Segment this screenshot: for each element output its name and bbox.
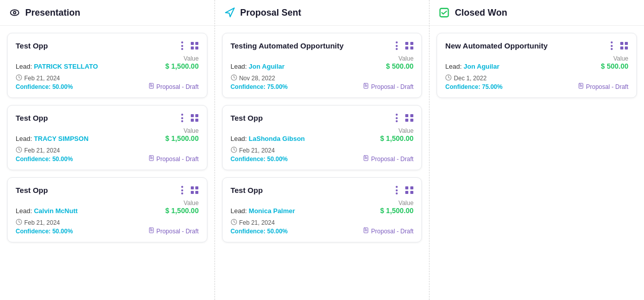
card-date: Feb 21, 2024 <box>16 146 73 155</box>
card-top: Test Opp <box>16 41 199 50</box>
card-date: Feb 21, 2024 <box>16 219 73 227</box>
card-top: Test Opp <box>231 186 414 194</box>
card-value-block: Value $ 1,500.00 <box>166 127 199 142</box>
card[interactable]: Testing Automated Opportunity <box>222 33 422 98</box>
card-value-amount: $ 500.00 <box>601 62 629 70</box>
column-header-presentation: Presentation <box>0 0 214 26</box>
card-bottom: Feb 21, 2024 Confidence: 50.00% Proposal… <box>231 217 414 235</box>
doc-icon <box>363 83 369 90</box>
card-date: Feb 21, 2024 <box>231 146 288 155</box>
card-grid-button[interactable] <box>191 186 199 194</box>
card-proposal: Proposal - Draft <box>363 227 413 235</box>
card-lead-link[interactable]: Monica Palmer <box>249 207 295 215</box>
clock-icon <box>16 146 22 155</box>
column-presentation: Presentation Test Opp <box>0 0 215 300</box>
clock-icon <box>231 219 237 227</box>
card-lead-link[interactable]: PATRICK STELLATO <box>34 63 98 70</box>
card-lead-link[interactable]: TRACY SIMPSON <box>34 135 88 142</box>
card-proposal: Proposal - Draft <box>363 83 413 90</box>
card-top: New Automated Opportunity <box>445 41 628 50</box>
card-grid-button[interactable] <box>405 42 413 49</box>
card-confidence: Confidence: 50.00% <box>231 228 288 235</box>
card-confidence: Confidence: 75.00% <box>445 83 502 90</box>
card-menu-button[interactable] <box>178 114 187 122</box>
card-bottom: Feb 21, 2024 Confidence: 50.00% Proposal… <box>16 217 199 235</box>
card-proposal-text: Proposal - Draft <box>156 156 199 163</box>
card[interactable]: Test Opp Lead: PATRICK ST <box>7 33 207 98</box>
card-proposal-text: Proposal - Draft <box>586 83 628 90</box>
card-menu-button[interactable] <box>178 41 187 50</box>
card-meta: Feb 21, 2024 Confidence: 50.00% <box>16 217 73 235</box>
card-bottom: Dec 1, 2022 Confidence: 75.00% Proposal … <box>445 72 628 90</box>
card-grid-button[interactable] <box>191 42 199 49</box>
card-value-label: Value <box>166 127 199 134</box>
card-proposal: Proposal - Draft <box>148 83 199 90</box>
card-title: Test Opp <box>231 186 263 194</box>
card-bottom: Feb 21, 2024 Confidence: 50.00% Proposal… <box>16 144 199 163</box>
card-lead: Lead: Calvin McNutt <box>16 207 78 215</box>
card-proposal: Proposal - Draft <box>148 227 199 235</box>
card-proposal-text: Proposal - Draft <box>371 228 413 235</box>
doc-icon <box>148 155 154 163</box>
card-confidence: Confidence: 50.00% <box>16 83 73 90</box>
card-confidence: Confidence: 50.00% <box>16 228 73 235</box>
card-lead-link[interactable]: Jon Aguilar <box>464 63 500 70</box>
card[interactable]: Test Opp Lead: Calvin McN <box>7 177 207 242</box>
card-lead: Lead: Jon Aguilar <box>231 63 285 70</box>
doc-icon <box>578 83 584 90</box>
card-bottom: Nov 28, 2022 Confidence: 75.00% Proposal… <box>231 72 414 90</box>
card-proposal-text: Proposal - Draft <box>371 83 413 90</box>
card-value-amount: $ 1,500.00 <box>166 62 199 70</box>
card-proposal: Proposal - Draft <box>578 83 628 90</box>
card-date: Nov 28, 2022 <box>231 74 288 82</box>
card-menu-button[interactable] <box>392 41 401 50</box>
card-meta: Feb 21, 2024 Confidence: 50.00% <box>16 72 73 90</box>
check-icon <box>439 7 450 18</box>
card[interactable]: Test Opp Lead: LaShonda G <box>222 105 422 170</box>
clock-icon <box>231 146 237 155</box>
card-value-row: Lead: LaShonda Gibson Value $ 1,500.00 <box>231 127 414 142</box>
card[interactable]: New Automated Opportunity <box>437 33 637 98</box>
card-menu-button[interactable] <box>392 114 401 122</box>
card-meta: Feb 21, 2024 Confidence: 50.00% <box>231 144 288 163</box>
card-grid-button[interactable] <box>405 114 413 122</box>
card-value-amount: $ 1,500.00 <box>380 207 413 215</box>
card-menu-button[interactable] <box>178 186 187 194</box>
card-title: Test Opp <box>16 41 48 50</box>
card-top: Test Opp <box>16 114 199 122</box>
card-date-text: Feb 21, 2024 <box>24 219 60 226</box>
column-title-presentation: Presentation <box>25 8 80 18</box>
clock-icon <box>231 74 237 82</box>
card[interactable]: Test Opp Lead: Monica Pal <box>222 177 422 242</box>
card[interactable]: Test Opp Lead: TRACY SIMP <box>7 105 207 170</box>
card-top: Testing Automated Opportunity <box>231 41 414 50</box>
card-value-block: Value $ 1,500.00 <box>166 55 199 70</box>
card-value-label: Value <box>601 55 629 62</box>
card-lead-link[interactable]: LaShonda Gibson <box>249 135 305 142</box>
card-confidence: Confidence: 50.00% <box>16 156 73 163</box>
card-value-row: Lead: TRACY SIMPSON Value $ 1,500.00 <box>16 127 199 142</box>
card-menu-button[interactable] <box>392 186 401 194</box>
card-value-block: Value $ 500.00 <box>601 55 629 70</box>
card-date: Dec 1, 2022 <box>445 74 502 82</box>
card-title: Test Opp <box>231 114 263 122</box>
card-actions <box>178 114 199 122</box>
card-value-row: Lead: Jon Aguilar Value $ 500.00 <box>445 55 628 70</box>
card-lead: Lead: TRACY SIMPSON <box>16 135 88 142</box>
card-grid-button[interactable] <box>620 42 628 49</box>
doc-icon <box>148 83 154 90</box>
card-grid-button[interactable] <box>405 186 413 194</box>
card-actions <box>178 186 199 194</box>
column-title-proposal-sent: Proposal Sent <box>240 8 301 18</box>
card-date-text: Feb 21, 2024 <box>239 147 275 154</box>
column-body-presentation: Test Opp Lead: PATRICK ST <box>0 26 214 300</box>
card-meta: Feb 21, 2024 Confidence: 50.00% <box>16 144 73 163</box>
card-menu-button[interactable] <box>607 41 616 50</box>
card-title: New Automated Opportunity <box>445 41 548 50</box>
card-lead-link[interactable]: Calvin McNutt <box>34 207 78 215</box>
card-actions <box>178 41 199 50</box>
card-lead-link[interactable]: Jon Aguilar <box>249 63 285 70</box>
column-title-closed-won: Closed Won <box>455 8 507 18</box>
card-grid-button[interactable] <box>191 114 199 122</box>
card-meta: Feb 21, 2024 Confidence: 50.00% <box>231 217 288 235</box>
